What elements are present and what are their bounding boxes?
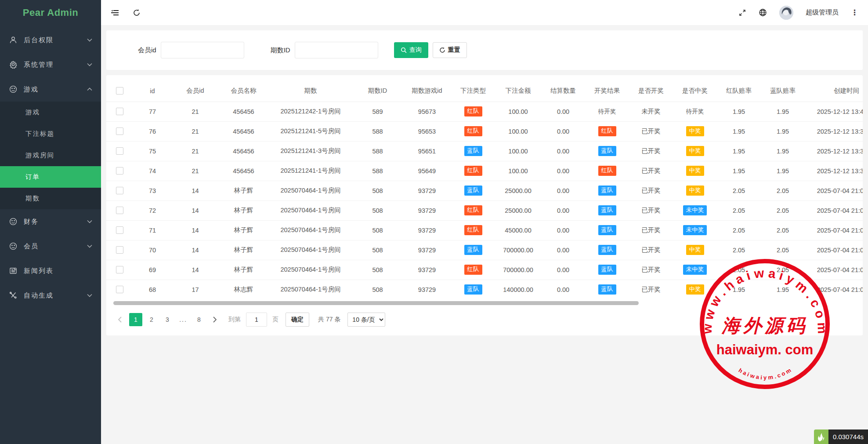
fullscreen-icon[interactable] [738, 9, 746, 17]
collapse-menu-icon[interactable] [111, 9, 119, 16]
row-checkbox[interactable] [116, 108, 123, 115]
row-checkbox[interactable] [116, 207, 123, 214]
sidebar-item-2[interactable]: 游戏 [0, 77, 101, 102]
table-body: 77214564562025121242-1号房间58995673红队100.0… [106, 102, 863, 299]
horizontal-scrollbar-thumb[interactable] [113, 301, 639, 305]
sidebar-item-label: 会员 [24, 242, 39, 251]
stamp-arc-bottom-text: h a i w a i y m . c o m [738, 367, 792, 381]
svg-text:h a i w a i y m . c o m: h a i w a i y m . c o m [738, 367, 792, 381]
row-checkbox[interactable] [116, 226, 123, 234]
page-size-select[interactable]: 10 条/页 [347, 313, 385, 327]
row-checkbox[interactable] [116, 167, 123, 175]
cell-period-id: 588 [352, 161, 403, 181]
sidebar-item-4[interactable]: 会员 [0, 234, 101, 258]
result-badge: 蓝队 [598, 265, 616, 275]
chevron-down-icon [87, 38, 92, 42]
cell-period: 2025070464-1号房间 [269, 260, 352, 280]
reset-button[interactable]: 重置 [433, 42, 467, 58]
cell-id: 74 [133, 161, 172, 181]
cell-period-id: 588 [352, 121, 403, 141]
sidebar-subitem-0[interactable]: 游戏 [0, 102, 101, 123]
cell-period: 2025070464-1号房间 [269, 220, 352, 240]
thinkphp-flame-icon [814, 429, 828, 444]
column-header: 下注金额 [495, 80, 541, 102]
sidebar-subitem-1[interactable]: 下注标题 [0, 123, 101, 145]
cell-created-at: 2025-07-04 21:08:59 [805, 220, 863, 240]
query-button[interactable]: 查询 [394, 42, 428, 58]
row-checkbox[interactable] [116, 187, 123, 194]
cell-blue-odds: 1.95 [761, 280, 805, 299]
goto-page-label: 到第 [228, 316, 241, 324]
cell-member-id: 14 [172, 220, 218, 240]
page-button-1[interactable]: 1 [129, 313, 142, 326]
cell-draw-status: 已开奖 [629, 161, 673, 181]
sidebar-item-label: 后台权限 [24, 36, 54, 44]
smiley-icon [9, 217, 18, 226]
page-button-8[interactable]: 8 [192, 313, 206, 326]
cell-member-id: 14 [172, 200, 218, 220]
row-checkbox[interactable] [116, 127, 123, 135]
cell-settle-qty: 0.00 [541, 141, 585, 161]
win-status-badge: 中奖 [686, 126, 704, 136]
cell-id: 75 [133, 141, 172, 161]
cell-draw-status: 已开奖 [629, 240, 673, 260]
bet-type-badge: 蓝队 [464, 284, 482, 295]
result-badge: 蓝队 [598, 284, 616, 295]
sidebar-item-1[interactable]: 系统管理 [0, 52, 101, 77]
cell-red-odds: 1.95 [717, 141, 761, 161]
period-id-input[interactable] [295, 42, 378, 58]
sidebar-item-label: 游戏 [24, 85, 39, 94]
page-button-2[interactable]: 2 [145, 313, 158, 326]
table-row: 76214564562025121241-5号房间58895653红队100.0… [106, 121, 863, 141]
sidebar-item-3[interactable]: 财务 [0, 209, 101, 234]
row-checkbox[interactable] [116, 246, 123, 254]
next-page-button[interactable] [208, 313, 221, 326]
row-checkbox[interactable] [116, 266, 123, 273]
table-row: 75214564562025121241-3号房间58895651蓝队100.0… [106, 141, 863, 161]
stamp-domain-text: haiwaiym. com [716, 342, 814, 357]
member-id-input[interactable] [161, 42, 244, 58]
select-all-checkbox[interactable] [116, 87, 123, 95]
sidebar-item-label: 自动生成 [24, 291, 54, 300]
cell-blue-odds: 1.95 [761, 121, 805, 141]
cell-id: 70 [133, 240, 172, 260]
chevron-down-icon [87, 294, 92, 297]
cell-blue-odds: 2.05 [761, 181, 805, 200]
cell-period-id: 508 [352, 200, 403, 220]
cell-member-id: 14 [172, 260, 218, 280]
cell-draw-status: 已开奖 [629, 260, 673, 280]
sidebar-item-label: 财务 [24, 218, 39, 226]
orders-table-card: id会员id会员名称期数期数ID期数游戏id下注类型下注金额结算数量开奖结果是否… [106, 75, 863, 335]
cell-settle-qty: 0.00 [541, 161, 585, 181]
language-globe-icon[interactable] [759, 8, 767, 17]
sidebar-subitem-4[interactable]: 期数 [0, 188, 101, 209]
prev-page-button[interactable] [113, 313, 127, 326]
cell-member-id: 21 [172, 141, 218, 161]
win-status-badge: 中奖 [686, 166, 704, 176]
cell-red-odds: 2.05 [717, 181, 761, 200]
current-user-name[interactable]: 超级管理员 [806, 8, 839, 17]
column-header: id [133, 80, 172, 102]
result-badge: 蓝队 [598, 186, 616, 196]
page-button-3[interactable]: 3 [161, 313, 174, 326]
row-checkbox[interactable] [116, 286, 123, 293]
result-badge: 蓝队 [598, 245, 616, 255]
cell-member-name: 456456 [218, 141, 269, 161]
row-checkbox[interactable] [116, 147, 123, 155]
more-menu-icon[interactable]: ⋮ [851, 9, 858, 16]
cell-period-game-id: 95649 [403, 161, 451, 181]
tools-icon [9, 291, 18, 300]
goto-page-input[interactable] [246, 313, 267, 327]
sidebar-item-0[interactable]: 后台权限 [0, 28, 101, 52]
cell-created-at: 2025-12-12 13:40:40 [805, 102, 863, 121]
cell-bet-amount: 100.00 [495, 121, 541, 141]
sidebar-subitem-2[interactable]: 游戏房间 [0, 145, 101, 166]
refresh-icon[interactable] [133, 9, 141, 17]
sidebar-subitem-3[interactable]: 订单 [0, 166, 101, 188]
sidebar-item-6[interactable]: 自动生成 [0, 283, 101, 308]
goto-confirm-button[interactable]: 确定 [286, 313, 309, 327]
sidebar-item-5[interactable]: 新闻列表 [0, 258, 101, 283]
page-word-label: 页 [272, 316, 278, 324]
user-avatar[interactable] [779, 6, 793, 20]
win-status-badge: 待开奖 [686, 108, 704, 116]
